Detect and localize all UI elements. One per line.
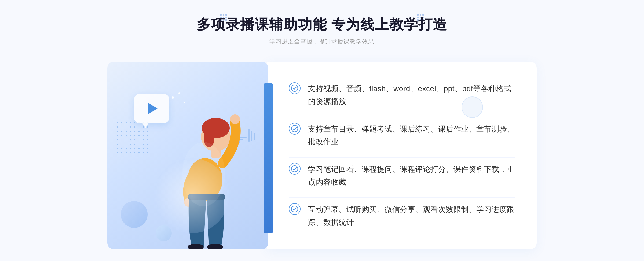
check-icon-2 bbox=[289, 123, 301, 135]
content-area: » bbox=[107, 62, 537, 249]
feature-text-1: 支持视频、音频、flash、word、excel、ppt、pdf等各种格式的资源… bbox=[308, 82, 515, 108]
blue-sidebar-accent bbox=[264, 83, 273, 233]
sub-title: 学习进度全掌握，提升录播课教学效果 bbox=[197, 38, 447, 46]
feature-text-2: 支持章节目录、弹题考试、课后练习、课后作业、章节测验、批改作业 bbox=[308, 123, 515, 148]
page-container: 多项录播课辅助功能 专为线上教学打造 学习进度全掌握，提升录播课教学效果 » bbox=[0, 0, 644, 261]
svg-point-5 bbox=[230, 114, 240, 124]
feature-item-3: 学习笔记回看、课程提问、课程评论打分、课件资料下载，重点内容收藏 bbox=[289, 157, 515, 194]
svg-point-11 bbox=[291, 85, 298, 91]
feature-text-3: 学习笔记回看、课程提问、课程评论打分、课件资料下载，重点内容收藏 bbox=[308, 163, 515, 188]
svg-point-13 bbox=[291, 166, 298, 172]
feature-item-2: 支持章节目录、弹题考试、课后练习、课后作业、章节测验、批改作业 bbox=[289, 117, 515, 154]
features-panel: 支持视频、音频、flash、word、excel、ppt、pdf等各种格式的资源… bbox=[267, 62, 537, 249]
svg-point-14 bbox=[291, 206, 298, 212]
vert-lines bbox=[248, 129, 255, 142]
play-icon bbox=[148, 103, 158, 114]
illustration-card bbox=[107, 62, 268, 249]
feature-text-4: 互动弹幕、试听购买、微信分享、观看次数限制、学习进度跟踪、数据统计 bbox=[308, 203, 515, 229]
deco-circle-outer-2 bbox=[462, 96, 483, 118]
light-circle bbox=[154, 158, 229, 233]
header-section: 多项录播课辅助功能 专为线上教学打造 学习进度全掌握，提升录播课教学效果 bbox=[197, 16, 447, 46]
main-title: 多项录播课辅助功能 专为线上教学打造 bbox=[197, 16, 447, 33]
deco-circle-1 bbox=[121, 201, 148, 228]
feature-item-4: 互动弹幕、试听购买、微信分享、观看次数限制、学习进度跟踪、数据统计 bbox=[289, 197, 515, 234]
check-icon-1 bbox=[289, 82, 301, 94]
check-icon-4 bbox=[289, 203, 301, 215]
check-icon-3 bbox=[289, 163, 301, 175]
svg-point-12 bbox=[291, 125, 298, 132]
